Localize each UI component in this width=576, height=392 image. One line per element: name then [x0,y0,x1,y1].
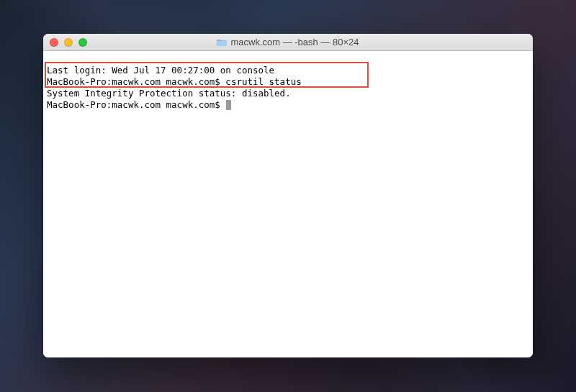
terminal-line: MacBook-Pro:macwk.com macwk.com$ csrutil… [47,76,529,88]
minimize-icon[interactable] [64,38,73,47]
folder-icon [217,38,227,46]
terminal-line: System Integrity Protection status: disa… [47,88,529,99]
terminal-line: Last login: Wed Jul 17 00:27:00 on conso… [47,65,529,76]
cursor-icon [226,100,231,110]
close-icon[interactable] [50,38,58,47]
window-title: macwk.com — -bash — 80×24 [43,37,533,47]
zoom-icon[interactable] [78,38,87,47]
window-title-text: macwk.com — -bash — 80×24 [230,37,359,47]
traffic-lights [43,38,87,47]
terminal-line: MacBook-Pro:macwk.com macwk.com$ [47,99,529,111]
scrollbar[interactable] [521,51,532,357]
terminal-window: macwk.com — -bash — 80×24 Last login: We… [43,34,533,357]
terminal-content[interactable]: Last login: Wed Jul 17 00:27:00 on conso… [43,51,533,357]
titlebar[interactable]: macwk.com — -bash — 80×24 [43,34,533,51]
